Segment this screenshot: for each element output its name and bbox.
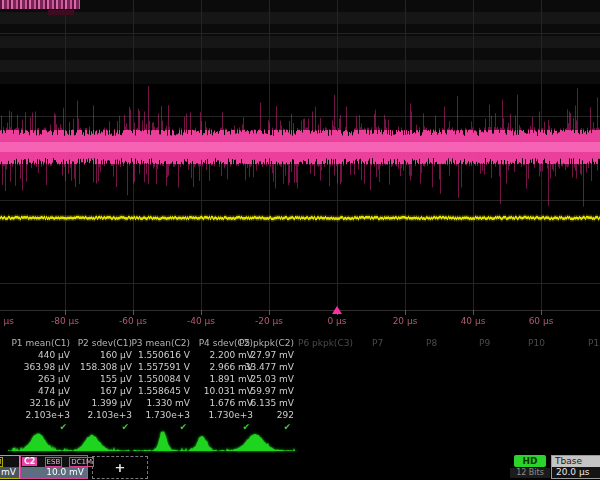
status-check-icon: ✔ bbox=[230, 421, 294, 433]
channel-c1-scale: 10.0 mV bbox=[0, 467, 19, 478]
measure-header-inactive[interactable]: P10 bbox=[528, 337, 545, 349]
channel-c2-chip: C2 bbox=[22, 457, 37, 466]
measure-mean: 363.98 µV bbox=[6, 361, 70, 373]
channel-descriptor-c2[interactable]: C2 ESB DC1M 10.0 mV bbox=[20, 455, 88, 479]
measure-min: 25.03 mV bbox=[230, 373, 294, 385]
time-axis-label: 40 µs bbox=[449, 316, 497, 326]
measure-header[interactable]: P3 mean(C2) bbox=[126, 337, 190, 349]
measure-header-inactive[interactable]: P9 bbox=[479, 337, 490, 349]
measure-column-p3: P3 mean(C2) 1.550616 V 1.557591 V 1.5500… bbox=[126, 337, 190, 433]
measure-column-p1: P1 mean(C1) 440 µV 363.98 µV 263 µV 474 … bbox=[6, 337, 70, 433]
measure-num: 1.730e+3 bbox=[126, 409, 190, 421]
measure-num: 2.103e+3 bbox=[6, 409, 70, 421]
timebase-title: Tbase bbox=[552, 456, 600, 467]
time-axis-label: -100 µs bbox=[0, 316, 21, 326]
status-check-icon: ✔ bbox=[68, 421, 132, 433]
measure-header-inactive[interactable]: P6 pkpk(C3) bbox=[298, 337, 353, 349]
measure-header[interactable]: P2 sdev(C1) bbox=[68, 337, 132, 349]
measure-header-inactive[interactable]: P8 bbox=[426, 337, 437, 349]
time-axis-label: 20 µs bbox=[381, 316, 429, 326]
top-left-annotation-badge bbox=[0, 0, 80, 9]
plus-icon: + bbox=[115, 460, 126, 475]
measure-column-p2: P2 sdev(C1) 160 µV 158.308 µV 155 µV 167… bbox=[68, 337, 132, 433]
measure-max: 1.558645 V bbox=[126, 385, 190, 397]
measure-value: 440 µV bbox=[6, 349, 70, 361]
hd-bits-label: 12 Bits bbox=[510, 468, 550, 478]
top-left-annotation-shadow bbox=[48, 10, 74, 15]
measure-header[interactable]: P1 mean(C1) bbox=[6, 337, 70, 349]
oscilloscope-screen: -100 µs -80 µs -60 µs -40 µs -20 µs 0 µs… bbox=[0, 0, 600, 480]
eres-badge: ESB bbox=[45, 457, 63, 467]
add-trace-button[interactable]: + bbox=[92, 456, 148, 479]
status-check-icon: ✔ bbox=[126, 421, 190, 433]
measure-num: 292 bbox=[230, 409, 294, 421]
measure-value: 27.97 mV bbox=[230, 349, 294, 361]
measure-column-p5: P5 pkpk(C2) 27.97 mV 33.477 mV 25.03 mV … bbox=[230, 337, 294, 433]
measure-max: 59.97 mV bbox=[230, 385, 294, 397]
measure-header-inactive[interactable]: P1 bbox=[588, 337, 599, 349]
measure-sdev: 6.135 mV bbox=[230, 397, 294, 409]
channel-descriptor-c1[interactable]: C1 DC1M 10.0 mV bbox=[0, 455, 20, 479]
time-axis-label: 0 µs bbox=[313, 316, 361, 326]
time-axis-label: -40 µs bbox=[177, 316, 225, 326]
measure-value: 1.550616 V bbox=[126, 349, 190, 361]
time-axis-label: -80 µs bbox=[41, 316, 89, 326]
measure-mean: 158.308 µV bbox=[68, 361, 132, 373]
coupling-badge: DC1M bbox=[0, 457, 3, 467]
timebase-value: 20.0 µs bbox=[552, 467, 600, 478]
measure-sdev: 1.399 µV bbox=[68, 397, 132, 409]
time-axis-label: -60 µs bbox=[109, 316, 157, 326]
measure-mean: 33.477 mV bbox=[230, 361, 294, 373]
time-axis-label: 60 µs bbox=[517, 316, 565, 326]
measure-min: 1.550084 V bbox=[126, 373, 190, 385]
measure-mean: 1.557591 V bbox=[126, 361, 190, 373]
timebase-descriptor[interactable]: Tbase 20.0 µs bbox=[551, 455, 600, 479]
measure-min: 155 µV bbox=[68, 373, 132, 385]
measure-header-inactive[interactable]: P7 bbox=[372, 337, 383, 349]
time-axis-label: -20 µs bbox=[245, 316, 293, 326]
measure-value: 160 µV bbox=[68, 349, 132, 361]
measure-max: 474 µV bbox=[6, 385, 70, 397]
status-check-icon: ✔ bbox=[6, 421, 70, 433]
measure-min: 263 µV bbox=[6, 373, 70, 385]
measure-header[interactable]: P5 pkpk(C2) bbox=[230, 337, 294, 349]
measure-sdev: 1.330 mV bbox=[126, 397, 190, 409]
coupling-badge: DC1M bbox=[69, 457, 94, 467]
channel-c2-scale: 10.0 mV bbox=[21, 467, 87, 478]
measure-num: 2.103e+3 bbox=[68, 409, 132, 421]
measure-max: 167 µV bbox=[68, 385, 132, 397]
hd-mode-badge[interactable]: HD bbox=[514, 455, 546, 467]
measure-sdev: 32.16 µV bbox=[6, 397, 70, 409]
